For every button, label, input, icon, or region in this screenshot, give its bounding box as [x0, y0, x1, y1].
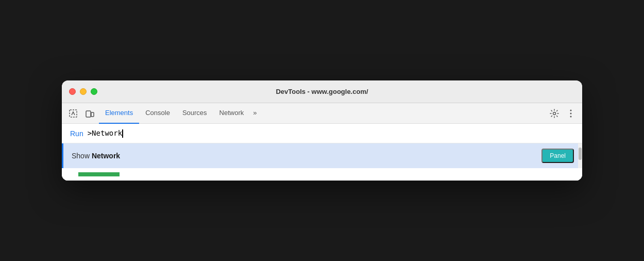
command-result-row[interactable]: Show Network Panel: [62, 143, 582, 168]
window-title: DevTools - www.google.com/: [276, 88, 368, 95]
bottom-area: [62, 168, 582, 181]
titlebar: DevTools - www.google.com/: [62, 80, 582, 103]
traffic-lights: [69, 88, 97, 95]
tab-network[interactable]: Network: [213, 103, 250, 124]
run-label: Run: [70, 129, 83, 138]
command-palette: Run >Network Show Network Panel: [62, 124, 582, 181]
result-highlight: Network: [92, 152, 120, 160]
text-cursor: [122, 129, 123, 138]
tab-elements[interactable]: Elements: [99, 103, 139, 124]
minimize-button[interactable]: [80, 88, 87, 95]
tab-console[interactable]: Console: [139, 103, 176, 124]
device-toggle-icon[interactable]: [82, 106, 97, 121]
tab-sources[interactable]: Sources: [176, 103, 213, 124]
inspect-element-icon[interactable]: [66, 106, 80, 121]
svg-rect-0: [70, 110, 77, 117]
result-text: Show Network: [72, 152, 541, 160]
command-input-text[interactable]: >Network: [88, 129, 123, 138]
devtools-window: DevTools - www.google.com/: [62, 80, 582, 181]
panel-button[interactable]: Panel: [541, 149, 574, 163]
settings-icon[interactable]: [547, 106, 562, 121]
svg-point-3: [553, 112, 556, 115]
svg-rect-2: [91, 112, 94, 117]
maximize-button[interactable]: [91, 88, 97, 95]
tabs-container: Elements Console Sources Network »: [99, 103, 545, 124]
command-input-row: Run >Network: [62, 124, 582, 143]
svg-rect-1: [86, 111, 91, 117]
tab-more[interactable]: »: [250, 103, 260, 124]
devtools-toolbar: Elements Console Sources Network »: [62, 103, 582, 124]
close-button[interactable]: [69, 88, 76, 95]
more-options-icon[interactable]: [564, 106, 578, 121]
svg-point-4: [570, 109, 572, 111]
svg-point-5: [570, 112, 572, 114]
devtools-body: Elements Console Sources Network »: [62, 103, 582, 181]
green-bar-indicator: [78, 172, 120, 176]
svg-point-6: [570, 116, 572, 117]
toolbar-right: [547, 106, 578, 121]
